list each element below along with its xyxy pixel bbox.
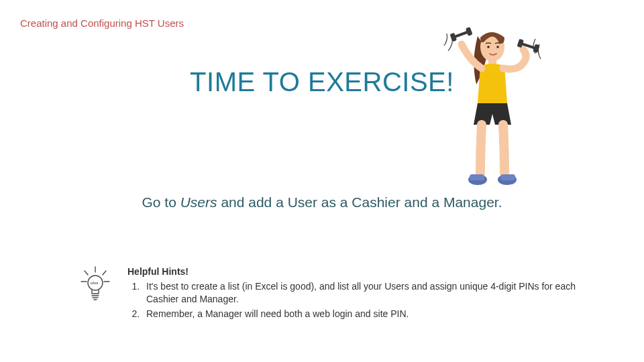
hints-heading: Helpful Hints! [127, 265, 610, 279]
svg-line-1 [85, 271, 88, 275]
instruction-line: Go to Users and add a User as a Cashier … [0, 194, 644, 210]
breadcrumb: Creating and Configuring HST Users [20, 17, 184, 29]
svg-rect-14 [453, 31, 468, 38]
svg-rect-21 [470, 174, 484, 180]
hints-list: It's best to create a list (in Excel is … [127, 280, 610, 321]
page-title: TIME TO EXERCISE! [0, 67, 644, 97]
list-item: It's best to create a list (in Excel is … [142, 280, 610, 306]
instruction-emphasis: Users [180, 194, 217, 210]
svg-point-11 [487, 46, 490, 48]
instruction-tail: and add a User as a Cashier and a Manage… [217, 194, 502, 210]
svg-line-2 [103, 271, 106, 275]
instruction-lead: Go to [142, 194, 180, 210]
idea-bulb-icon: idea [79, 265, 111, 306]
woman-exercising-icon [437, 24, 545, 192]
svg-rect-23 [500, 174, 515, 180]
helpful-hints: Helpful Hints! It's best to create a lis… [127, 265, 610, 322]
svg-point-12 [496, 46, 499, 48]
list-item: Remember, a Manager will need both a web… [142, 308, 610, 321]
svg-text:idea: idea [91, 281, 99, 285]
